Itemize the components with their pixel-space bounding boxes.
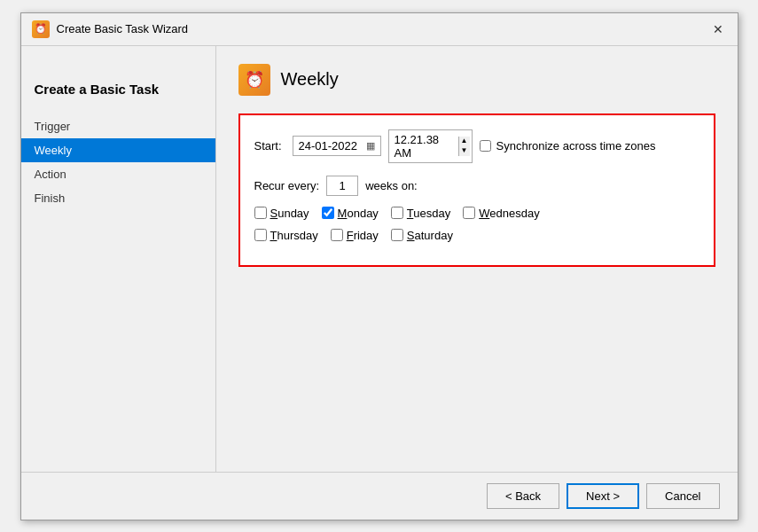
section-title: ⏰ Weekly xyxy=(238,64,715,96)
day-thursday[interactable]: Thursday xyxy=(254,229,318,242)
title-bar-left: ⏰ Create Basic Task Wizard xyxy=(32,20,189,38)
back-button[interactable]: < Back xyxy=(487,483,559,509)
dialog-body: Create a Basic Task Trigger Weekly Actio… xyxy=(21,46,738,472)
day-tuesday[interactable]: Tuesday xyxy=(391,207,450,220)
date-value: 24-01-2022 xyxy=(299,139,358,153)
day-sunday[interactable]: Sunday xyxy=(254,207,309,220)
checkbox-thursday[interactable] xyxy=(254,229,267,241)
checkbox-monday[interactable] xyxy=(322,207,334,219)
checkbox-sunday[interactable] xyxy=(254,207,267,219)
recur-label-post: weeks on: xyxy=(365,179,418,192)
close-button[interactable]: ✕ xyxy=(709,20,727,38)
time-down-button[interactable]: ▼ xyxy=(459,146,470,156)
sidebar-item-action[interactable]: Action xyxy=(21,162,215,186)
sidebar: Create a Basic Task Trigger Weekly Actio… xyxy=(21,46,216,472)
cancel-button[interactable]: Cancel xyxy=(646,483,719,509)
sync-row: Synchronize across time zones xyxy=(480,139,656,153)
time-up-button[interactable]: ▲ xyxy=(459,137,470,146)
main-content: ⏰ Weekly Start: 24-01-2022 ▦ 12.21.38 AM… xyxy=(216,46,738,472)
dialog-title: Create Basic Task Wizard xyxy=(57,22,189,35)
footer: < Back Next > Cancel xyxy=(21,472,738,520)
start-row: Start: 24-01-2022 ▦ 12.21.38 AM ▲ ▼ xyxy=(254,129,699,163)
date-input[interactable]: 24-01-2022 ▦ xyxy=(293,136,381,156)
start-label: Start: xyxy=(254,139,285,153)
time-value: 12.21.38 AM xyxy=(391,133,458,160)
day-saturday[interactable]: Saturday xyxy=(391,229,453,242)
recur-label-pre: Recur every: xyxy=(254,179,320,192)
dialog-window: ⏰ Create Basic Task Wizard ✕ Create a Ba… xyxy=(20,12,738,520)
day-monday[interactable]: Monday xyxy=(322,207,379,220)
time-input[interactable]: 12.21.38 AM ▲ ▼ xyxy=(388,129,473,163)
day-wednesday[interactable]: Wednesday xyxy=(463,207,539,220)
title-bar: ⏰ Create Basic Task Wizard ✕ xyxy=(21,13,738,46)
wizard-icon: ⏰ xyxy=(32,20,50,38)
config-box: Start: 24-01-2022 ▦ 12.21.38 AM ▲ ▼ xyxy=(238,113,715,267)
days-row-2: Thursday Friday Saturday xyxy=(254,229,699,242)
next-button[interactable]: Next > xyxy=(567,483,639,509)
calendar-icon[interactable]: ▦ xyxy=(366,140,375,152)
sidebar-item-weekly[interactable]: Weekly xyxy=(21,138,215,162)
days-row-1: Sunday Monday Tuesday Wednesday xyxy=(254,207,699,220)
recur-row: Recur every: weeks on: xyxy=(254,176,699,196)
sync-label[interactable]: Synchronize across time zones xyxy=(496,139,656,153)
checkbox-saturday[interactable] xyxy=(391,229,403,241)
checkbox-friday[interactable] xyxy=(331,229,343,241)
checkbox-wednesday[interactable] xyxy=(463,207,475,219)
section-icon: ⏰ xyxy=(238,64,270,96)
sync-checkbox[interactable] xyxy=(480,140,491,152)
day-friday[interactable]: Friday xyxy=(331,229,379,242)
sidebar-item-finish[interactable]: Finish xyxy=(21,186,215,210)
sidebar-header: Create a Basic Task xyxy=(21,55,215,114)
checkbox-tuesday[interactable] xyxy=(391,207,403,219)
sidebar-item-trigger[interactable]: Trigger xyxy=(21,114,215,138)
recur-input[interactable] xyxy=(326,176,358,196)
time-spinner: ▲ ▼ xyxy=(458,137,470,156)
